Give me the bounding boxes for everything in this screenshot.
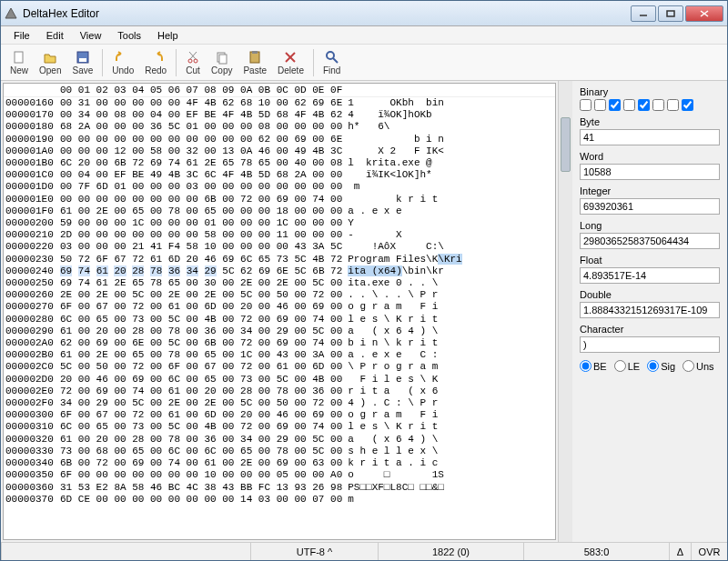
hex-row[interactable]: 000002706F 00 67 00 72 00 61 00 6D 00 20… xyxy=(4,301,555,313)
word-field[interactable] xyxy=(580,164,720,180)
radio-sig[interactable]: Sig xyxy=(647,360,675,372)
hex-row[interactable]: 000003706D CE 00 00 00 00 00 00 00 00 14… xyxy=(4,494,555,506)
hex-row[interactable]: 000003106C 00 65 00 73 00 5C 00 4B 00 72… xyxy=(4,421,555,433)
hex-row[interactable]: 000002602E 00 2E 00 5C 00 2E 00 2E 00 5C… xyxy=(4,289,555,301)
vertical-scrollbar[interactable] xyxy=(558,81,572,542)
svg-line-10 xyxy=(190,52,197,59)
inspector-pane: Binary Byte Word Integer Long Float Doub… xyxy=(572,81,727,542)
hex-row[interactable]: 0000019000 00 00 00 00 00 00 00 00 00 00… xyxy=(4,134,555,145)
hex-row[interactable]: 000003506F 00 00 00 00 00 00 00 10 00 00… xyxy=(4,469,555,481)
hex-row[interactable]: 000003406B 00 72 00 69 00 74 00 61 00 2E… xyxy=(4,457,555,469)
save-button[interactable]: Save xyxy=(66,48,98,77)
double-label: Double xyxy=(580,289,720,300)
hex-row[interactable]: 000003006F 00 67 00 72 00 61 00 6D 00 20… xyxy=(4,409,555,421)
float-field[interactable] xyxy=(580,267,720,284)
svg-marker-0 xyxy=(5,8,16,18)
hex-row[interactable]: 0000023050 72 6F 67 72 61 6D 20 46 69 6C… xyxy=(4,254,555,265)
integer-field[interactable] xyxy=(580,198,720,215)
hex-row[interactable]: 000002806C 00 65 00 73 00 5C 00 4B 00 72… xyxy=(4,314,555,326)
hex-column-header: 00 01 02 03 04 05 06 07 08 09 0A 0B 0C 0… xyxy=(60,85,342,95)
statusbar: UTF-8 ^ 1822 (0) 583:0 Δ OVR xyxy=(1,542,727,560)
status-mode[interactable]: OVR xyxy=(691,543,727,560)
bit-1-checkbox[interactable] xyxy=(594,99,606,111)
bit-6-checkbox[interactable] xyxy=(667,99,679,111)
hex-row[interactable]: 000001E000 00 00 00 00 00 00 00 6B 00 72… xyxy=(4,194,555,205)
hex-row[interactable]: 0000018068 2A 00 00 00 36 5C 01 00 00 00… xyxy=(4,121,555,133)
close-button[interactable] xyxy=(685,5,723,22)
menu-edit[interactable]: Edit xyxy=(39,28,71,43)
hex-row[interactable]: 0000033073 00 68 00 65 00 6C 00 6C 00 65… xyxy=(4,446,555,457)
open-icon xyxy=(43,50,57,65)
save-icon xyxy=(76,50,90,65)
svg-point-9 xyxy=(194,59,197,63)
hex-row[interactable]: 000002F034 00 29 00 5C 00 2E 00 2E 00 5C… xyxy=(4,397,555,409)
maximize-button[interactable] xyxy=(658,5,683,22)
hex-row[interactable]: 000001A000 00 00 12 00 58 00 32 00 13 0A… xyxy=(4,145,555,157)
copy-button[interactable]: Copy xyxy=(206,48,238,77)
hex-row[interactable]: 000002C05C 00 50 00 72 00 6F 00 67 00 72… xyxy=(4,361,555,373)
new-button[interactable]: New xyxy=(5,48,34,77)
bit-7-checkbox[interactable] xyxy=(682,99,693,111)
svg-point-18 xyxy=(327,52,334,59)
bit-0-checkbox[interactable] xyxy=(580,99,592,111)
status-delta: Δ xyxy=(669,543,691,560)
binary-bit-checkboxes xyxy=(580,99,720,111)
paste-button[interactable]: Paste xyxy=(238,48,272,77)
character-label: Character xyxy=(580,324,720,335)
menu-help[interactable]: Help xyxy=(150,28,186,43)
word-label: Word xyxy=(580,151,720,162)
bit-2-checkbox[interactable] xyxy=(609,99,621,111)
radio-uns[interactable]: Uns xyxy=(682,360,714,372)
double-field[interactable] xyxy=(580,302,720,318)
hex-row[interactable]: 0000022003 00 00 00 21 41 F4 58 10 00 00… xyxy=(4,241,555,253)
hex-row[interactable]: 000002D020 00 46 00 69 00 6C 00 65 00 73… xyxy=(4,374,555,386)
hex-row[interactable]: 000001F061 00 2E 00 65 00 78 00 65 00 00… xyxy=(4,205,555,217)
copy-icon xyxy=(215,50,229,65)
hex-body[interactable]: 0000016000 31 00 00 00 00 00 4F 4B 62 68… xyxy=(4,97,555,539)
hex-row[interactable]: 000001B06C 20 00 6B 72 69 74 61 2E 65 78… xyxy=(4,157,555,169)
svg-rect-13 xyxy=(219,55,227,64)
menu-tools[interactable]: Tools xyxy=(110,28,148,43)
radio-be[interactable]: BE xyxy=(580,360,607,372)
delete-button[interactable]: Delete xyxy=(272,48,309,77)
hex-row[interactable]: 0000017000 34 00 08 00 04 00 EF BE 4F 4B… xyxy=(4,109,555,121)
hex-row[interactable]: 000002E072 00 69 00 74 00 61 00 20 00 28… xyxy=(4,386,555,397)
hex-row[interactable]: 0000020059 00 00 00 1C 00 00 00 01 00 00… xyxy=(4,217,555,229)
redo-button[interactable]: Redo xyxy=(139,48,172,77)
bit-4-checkbox[interactable] xyxy=(638,99,650,111)
hex-row[interactable]: 0000016000 31 00 00 00 00 00 4F 4B 62 68… xyxy=(4,97,555,109)
cut-button[interactable]: Cut xyxy=(180,48,206,77)
undo-icon xyxy=(116,50,130,65)
hex-row[interactable]: 000002102D 00 00 00 00 00 00 00 58 00 00… xyxy=(4,229,555,241)
scrollbar-thumb[interactable] xyxy=(561,117,571,172)
svg-rect-15 xyxy=(252,51,258,54)
long-field[interactable] xyxy=(580,233,720,249)
minimize-button[interactable] xyxy=(631,5,656,22)
hex-row[interactable]: 0000032061 00 20 00 28 00 78 00 36 00 34… xyxy=(4,434,555,446)
find-button[interactable]: Find xyxy=(318,48,346,77)
hex-row[interactable]: 000001C000 04 00 EF BE 49 4B 3C 6C 4F 4B… xyxy=(4,169,555,181)
svg-point-8 xyxy=(188,59,192,63)
toolbar: NewOpenSaveUndoRedoCutCopyPasteDeleteFin… xyxy=(1,45,727,81)
bit-3-checkbox[interactable] xyxy=(623,99,635,111)
character-field[interactable] xyxy=(580,336,720,353)
bit-5-checkbox[interactable] xyxy=(652,99,664,111)
radio-le[interactable]: LE xyxy=(614,360,640,372)
hex-row[interactable]: 0000036031 53 E2 8A 58 46 BC 4C 38 43 BB… xyxy=(4,482,555,494)
hex-row[interactable]: 000002A062 00 69 00 6E 00 5C 00 6B 00 72… xyxy=(4,337,555,349)
hex-row[interactable]: 0000029061 00 20 00 28 00 78 00 36 00 34… xyxy=(4,326,555,337)
hex-row[interactable]: 000002B061 00 2E 00 65 00 78 00 65 00 1C… xyxy=(4,349,555,361)
menu-file[interactable]: File xyxy=(6,28,37,43)
status-encoding[interactable]: UTF-8 ^ xyxy=(250,543,378,560)
hex-row[interactable]: 0000024069 74 61 20 28 78 36 34 29 5C 62… xyxy=(4,265,555,277)
find-icon xyxy=(325,50,339,65)
hex-row[interactable]: 000001D000 7F 6D 01 00 00 00 03 00 00 00… xyxy=(4,181,555,193)
paste-icon xyxy=(248,50,262,65)
byte-field[interactable] xyxy=(580,129,720,145)
hex-row[interactable]: 0000025069 74 61 2E 65 78 65 00 30 00 2E… xyxy=(4,277,555,289)
svg-line-11 xyxy=(189,52,196,59)
menu-view[interactable]: View xyxy=(73,28,109,43)
undo-button[interactable]: Undo xyxy=(106,48,139,77)
hex-pane[interactable]: 00 01 02 03 04 05 06 07 08 09 0A 0B 0C 0… xyxy=(3,83,556,540)
open-button[interactable]: Open xyxy=(34,48,66,77)
